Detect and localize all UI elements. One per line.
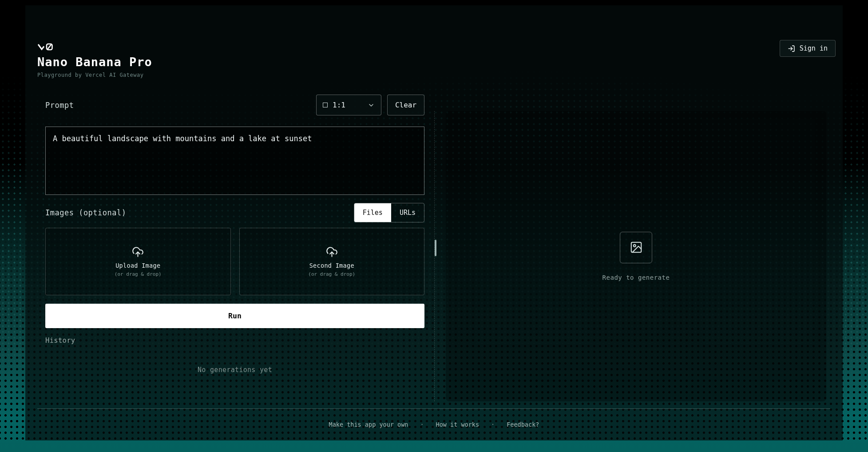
- footer-divider: [37, 408, 830, 409]
- page-title: Nano Banana Pro: [37, 55, 152, 69]
- footer: Make this app your own · How it works · …: [25, 421, 843, 428]
- square-icon: [323, 103, 328, 107]
- sign-in-label: Sign in: [800, 44, 828, 52]
- footer-separator: ·: [491, 421, 495, 428]
- log-in-icon: [788, 45, 795, 52]
- image-placeholder: [620, 232, 652, 263]
- generator-form: Prompt 1:1 Clear A beautiful landscape w…: [45, 95, 424, 374]
- preview-panel: Ready to generate: [446, 111, 826, 401]
- aspect-ratio-value: 1:1: [333, 101, 345, 109]
- panel-resizer[interactable]: [434, 111, 436, 401]
- history-empty-text: No generations yet: [45, 366, 424, 374]
- run-button[interactable]: Run: [45, 304, 424, 328]
- tab-files[interactable]: Files: [354, 203, 391, 222]
- sign-in-button[interactable]: Sign in: [780, 40, 836, 57]
- preview-status: Ready to generate: [602, 274, 670, 281]
- upload-subtitle: (or drag & drop): [115, 271, 162, 277]
- footer-separator: ·: [420, 421, 424, 428]
- upload-image-dropzone[interactable]: Upload Image (or drag & drop): [45, 228, 231, 295]
- history-label: History: [45, 337, 424, 345]
- prompt-textarea[interactable]: A beautiful landscape with mountains and…: [45, 127, 424, 195]
- source-toggle: Files URLs: [354, 203, 424, 222]
- prompt-controls: 1:1 Clear: [316, 95, 424, 115]
- footer-link-make-your-own[interactable]: Make this app your own: [329, 421, 408, 428]
- upload-title: Upload Image: [115, 262, 160, 269]
- aspect-ratio-select[interactable]: 1:1: [316, 95, 381, 115]
- panel-resizer-handle[interactable]: [435, 240, 436, 256]
- chevron-down-icon: [368, 102, 375, 109]
- upload-title: Second Image: [309, 262, 354, 269]
- images-toolbar: Images (optional) Files URLs: [45, 203, 424, 222]
- brand: Nano Banana Pro Playground by Vercel AI …: [37, 43, 152, 78]
- footer-link-feedback[interactable]: Feedback?: [507, 421, 539, 428]
- clear-button[interactable]: Clear: [387, 95, 424, 115]
- v0-logo-icon: [37, 43, 53, 51]
- cloud-upload-icon: [132, 246, 144, 258]
- image-icon: [630, 241, 643, 254]
- images-label: Images (optional): [45, 208, 127, 217]
- second-image-dropzone[interactable]: Second Image (or drag & drop): [239, 228, 425, 295]
- page-subtitle: Playground by Vercel AI Gateway: [37, 72, 152, 78]
- upload-subtitle: (or drag & drop): [308, 271, 355, 277]
- prompt-toolbar: Prompt 1:1 Clear: [45, 95, 424, 115]
- upload-dropzones: Upload Image (or drag & drop) Second Ima…: [45, 228, 424, 295]
- prompt-label: Prompt: [45, 101, 74, 110]
- app-container: Nano Banana Pro Playground by Vercel AI …: [25, 5, 843, 440]
- cloud-upload-icon: [326, 246, 338, 258]
- footer-link-how-it-works[interactable]: How it works: [436, 421, 480, 428]
- tab-urls[interactable]: URLs: [391, 203, 424, 222]
